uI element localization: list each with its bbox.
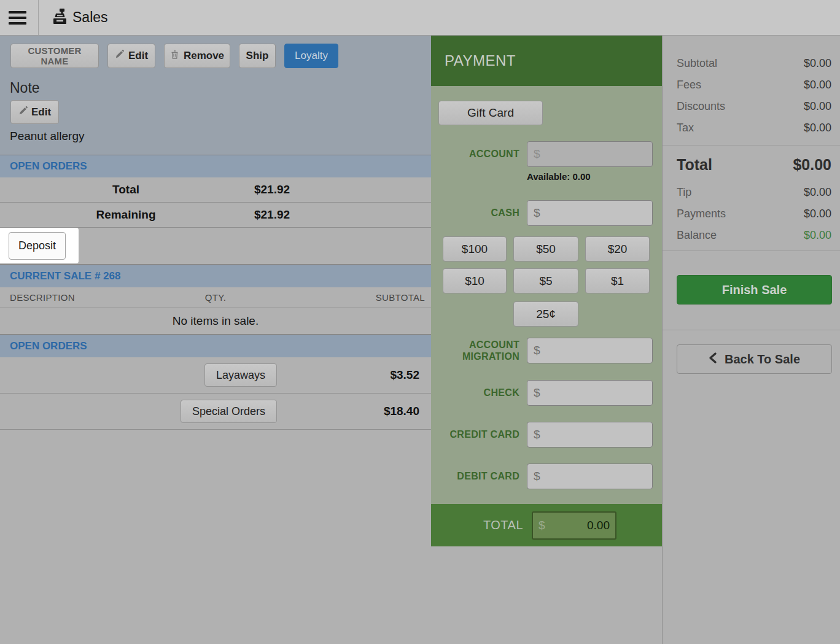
- payments-value: $0.00: [804, 208, 831, 220]
- tip-value: $0.00: [804, 186, 831, 199]
- subtotal-value: $0.00: [804, 57, 831, 70]
- currency-symbol: $: [534, 147, 540, 161]
- note-edit-button[interactable]: Edit: [10, 100, 59, 124]
- special-orders-value: $18.40: [384, 405, 419, 418]
- pencil-icon: [18, 106, 28, 118]
- account-amount-input[interactable]: [540, 147, 653, 161]
- account-label: ACCOUNT: [431, 148, 519, 160]
- debit-card-amount-input[interactable]: [540, 470, 653, 483]
- debit-card-payment-row: DEBIT CARD $ Max: [431, 464, 653, 489]
- customer-note-text: Peanut allergy: [10, 130, 84, 143]
- current-sale-column-headers: DESCRIPTION QTY. SUBTOTAL: [0, 287, 431, 308]
- sale-summary-panel: Subtotal $0.00 Fees $0.00 Discounts $0.0…: [662, 36, 840, 644]
- check-amount-group: $ Max: [527, 380, 653, 406]
- customer-name-button[interactable]: CUSTOMER NAME: [10, 44, 99, 68]
- topbar-divider: [38, 0, 39, 35]
- denomination-20-button[interactable]: $20: [585, 236, 650, 262]
- currency-symbol: $: [534, 206, 540, 220]
- back-to-sale-label: Back To Sale: [725, 352, 800, 367]
- balance-value: $0.00: [804, 229, 831, 242]
- payment-total-label: TOTAL: [431, 518, 523, 532]
- grand-total-label: Total: [677, 156, 712, 174]
- payment-panel: PAYMENT Gift Card ACCOUNT $ Max Availabl…: [431, 36, 662, 546]
- total-value: $21.92: [209, 183, 335, 196]
- special-orders-button[interactable]: Special Orders: [181, 400, 277, 423]
- denomination-5-button[interactable]: $5: [513, 268, 578, 293]
- layaways-button[interactable]: Layaways: [204, 363, 277, 387]
- payments-row: Payments $0.00: [677, 203, 831, 225]
- layaways-row: Layaways $3.52: [0, 357, 431, 394]
- remaining-value: $21.92: [209, 208, 335, 222]
- discounts-value: $0.00: [804, 100, 831, 113]
- fees-label: Fees: [677, 79, 701, 91]
- deposit-button[interactable]: Deposit: [9, 232, 66, 260]
- cash-register-icon: [52, 8, 68, 29]
- back-to-sale-button[interactable]: Back To Sale: [677, 344, 832, 374]
- cash-amount-group: $ Max: [527, 200, 653, 226]
- payment-total-bar: TOTAL $: [431, 504, 662, 546]
- loyalty-button[interactable]: Loyalty: [284, 44, 338, 68]
- currency-symbol: $: [534, 428, 540, 441]
- balance-row: Balance $0.00: [677, 225, 831, 246]
- note-edit-label: Edit: [31, 106, 51, 118]
- account-migration-amount-input[interactable]: [540, 344, 653, 357]
- cash-amount-input[interactable]: [540, 206, 653, 220]
- sales-screen: Sales CUSTOMER NAME Edit Remove Ship Loy…: [0, 0, 840, 644]
- account-amount-group: $ Max: [527, 141, 653, 167]
- currency-symbol: $: [534, 344, 540, 357]
- gift-card-button[interactable]: Gift Card: [438, 101, 543, 125]
- check-amount-input[interactable]: [540, 386, 653, 400]
- payment-header: PAYMENT: [431, 36, 662, 86]
- layaways-value: $3.52: [390, 368, 419, 382]
- denomination-100-button[interactable]: $100: [443, 236, 507, 262]
- currency-symbol: $: [534, 386, 540, 400]
- account-amount-box: $: [527, 142, 653, 166]
- denomination-1-button[interactable]: $1: [585, 268, 650, 293]
- account-available-note: Available: 0.00: [527, 171, 591, 182]
- hamburger-menu-button[interactable]: [9, 0, 29, 35]
- credit-card-payment-row: CREDIT CARD $ Max: [431, 422, 653, 448]
- account-migration-payment-row: ACCOUNT MIGRATION $ Max: [431, 338, 653, 363]
- credit-card-amount-group: $ Max: [527, 422, 653, 448]
- finish-sale-button[interactable]: Finish Sale: [677, 275, 832, 305]
- cash-amount-box: $: [527, 201, 653, 225]
- column-qty: QTY.: [205, 292, 226, 303]
- edit-customer-button[interactable]: Edit: [107, 44, 155, 68]
- debit-card-label: DEBIT CARD: [431, 470, 519, 482]
- check-payment-row: CHECK $ Max: [431, 380, 653, 406]
- column-description: DESCRIPTION: [0, 292, 205, 303]
- subtotal-row: Subtotal $0.00: [677, 53, 831, 74]
- payment-total-input[interactable]: [545, 519, 610, 532]
- open-orders-detail-header: OPEN ORDERS: [0, 335, 431, 357]
- tip-label: Tip: [677, 186, 691, 199]
- payment-title: PAYMENT: [431, 52, 516, 69]
- denomination-25c-button[interactable]: 25¢: [513, 301, 578, 327]
- ship-button[interactable]: Ship: [239, 44, 276, 68]
- trash-icon: [170, 50, 179, 63]
- fees-value: $0.00: [804, 79, 831, 91]
- denomination-50-button[interactable]: $50: [513, 236, 578, 262]
- summary-divider: [663, 145, 840, 145]
- tax-row: Tax $0.00: [677, 117, 831, 139]
- cash-label: CASH: [431, 207, 519, 219]
- currency-symbol: $: [534, 470, 540, 483]
- account-migration-amount-box: $: [527, 338, 653, 363]
- tip-row: Tip $0.00: [677, 182, 831, 203]
- grand-total-value: $0.00: [793, 156, 831, 174]
- balance-label: Balance: [677, 229, 717, 242]
- summary-divider: [663, 330, 840, 330]
- discounts-label: Discounts: [677, 100, 725, 113]
- check-label: CHECK: [431, 387, 519, 398]
- credit-card-label: CREDIT CARD: [431, 429, 519, 440]
- special-orders-row: Special Orders $18.40: [0, 394, 431, 430]
- cash-payment-row: CASH $ Max: [431, 200, 653, 226]
- account-migration-label: ACCOUNT MIGRATION: [431, 339, 519, 362]
- credit-card-amount-input[interactable]: [540, 428, 653, 441]
- denomination-10-button[interactable]: $10: [443, 268, 507, 293]
- payment-total-group: $: [532, 511, 616, 540]
- remove-customer-button[interactable]: Remove: [164, 44, 230, 68]
- sale-left-panel: CUSTOMER NAME Edit Remove Ship Loyalty N…: [0, 36, 431, 644]
- payments-label: Payments: [677, 208, 726, 220]
- account-migration-amount-group: $ Max: [527, 338, 653, 363]
- open-orders-summary-header: OPEN ORDERS: [0, 155, 431, 177]
